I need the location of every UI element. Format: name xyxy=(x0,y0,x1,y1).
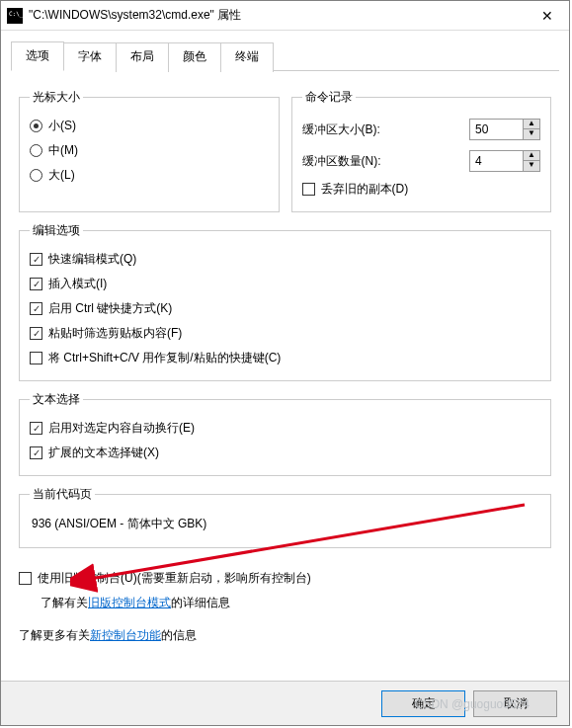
buffer-size-label: 缓冲区大小(B): xyxy=(302,121,380,138)
insert-mode-checkbox[interactable]: 插入模式(I) xyxy=(30,272,540,296)
close-button[interactable]: ✕ xyxy=(525,1,569,30)
edit-options-group: 编辑选项 快速编辑模式(Q) 插入模式(I) 启用 Ctrl 键快捷方式(K) … xyxy=(19,222,551,381)
codepage-legend: 当前代码页 xyxy=(30,486,95,503)
buffer-size-spinner[interactable]: ▲ ▼ xyxy=(469,119,540,140)
checkbox-icon xyxy=(30,446,42,459)
radio-icon xyxy=(30,169,42,182)
tab-strip: 选项 字体 布局 颜色 终端 xyxy=(11,40,559,71)
checkbox-label: 插入模式(I) xyxy=(48,276,107,292)
edit-legend: 编辑选项 xyxy=(30,222,83,239)
buffer-count-spinner[interactable]: ▲ ▼ xyxy=(469,150,540,172)
ctrl-shortcuts-checkbox[interactable]: 启用 Ctrl 键快捷方式(K) xyxy=(30,296,540,321)
tab-options[interactable]: 选项 xyxy=(11,41,64,71)
cursor-large-radio[interactable]: 大(L) xyxy=(30,163,269,188)
checkbox-label: 粘贴时筛选剪贴板内容(F) xyxy=(48,325,182,342)
properties-dialog: "C:\WINDOWS\system32\cmd.exe" 属性 ✕ 选项 字体… xyxy=(0,0,570,726)
checkbox-icon xyxy=(30,302,42,315)
tab-terminal[interactable]: 终端 xyxy=(221,42,274,72)
buffer-count-label: 缓冲区数量(N): xyxy=(302,153,381,170)
more-info-line: 了解更多有关新控制台功能的信息 xyxy=(19,623,551,648)
text-select-legend: 文本选择 xyxy=(30,391,83,408)
checkbox-icon xyxy=(30,327,42,340)
tab-content: 光标大小 小(S) 中(M) 大(L) 命令记录 缓冲区大小(B): xyxy=(1,71,569,548)
buffer-count-input[interactable] xyxy=(469,150,524,172)
filter-clipboard-checkbox[interactable]: 粘贴时筛选剪贴板内容(F) xyxy=(30,321,540,346)
checkbox-label: 快速编辑模式(Q) xyxy=(48,251,136,268)
line-wrap-checkbox[interactable]: 启用对选定内容自动换行(E) xyxy=(30,416,540,441)
radio-icon xyxy=(30,120,42,132)
codepage-group: 当前代码页 936 (ANSI/OEM - 简体中文 GBK) xyxy=(19,486,551,548)
radio-label: 中(M) xyxy=(48,142,78,159)
checkbox-icon xyxy=(302,183,315,196)
spin-down-icon[interactable]: ▼ xyxy=(524,161,539,171)
radio-label: 大(L) xyxy=(48,167,75,184)
text-selection-group: 文本选择 启用对选定内容自动换行(E) 扩展的文本选择键(X) xyxy=(19,391,551,476)
cmd-icon xyxy=(7,8,23,24)
checkbox-label: 扩展的文本选择键(X) xyxy=(48,445,159,461)
tab-layout[interactable]: 布局 xyxy=(117,42,169,72)
checkbox-label: 启用对选定内容自动换行(E) xyxy=(48,420,195,437)
history-legend: 命令记录 xyxy=(302,89,356,106)
command-history-group: 命令记录 缓冲区大小(B): ▲ ▼ 缓冲区数量(N): xyxy=(291,89,552,212)
checkbox-icon xyxy=(30,253,42,266)
checkbox-label: 丢弃旧的副本(D) xyxy=(321,181,409,198)
legacy-console-checkbox[interactable]: 使用旧版控制台(U)(需要重新启动，影响所有控制台) xyxy=(19,566,551,591)
checkbox-icon xyxy=(30,278,42,290)
discard-old-checkbox[interactable]: 丢弃旧的副本(D) xyxy=(302,177,541,202)
radio-icon xyxy=(30,144,42,157)
checkbox-label: 使用旧版控制台(U)(需要重新启动，影响所有控制台) xyxy=(38,570,311,587)
checkbox-icon xyxy=(19,572,32,585)
buffer-size-input[interactable] xyxy=(469,119,524,140)
cursor-medium-radio[interactable]: 中(M) xyxy=(30,138,269,163)
new-console-link[interactable]: 新控制台功能 xyxy=(90,628,161,642)
radio-label: 小(S) xyxy=(48,118,76,134)
cursor-size-group: 光标大小 小(S) 中(M) 大(L) xyxy=(19,89,280,212)
spin-down-icon[interactable]: ▼ xyxy=(524,129,539,139)
checkbox-label: 启用 Ctrl 键快捷方式(K) xyxy=(48,300,172,317)
legacy-info-line: 了解有关旧版控制台模式的详细信息 xyxy=(19,591,551,615)
tab-colors[interactable]: 颜色 xyxy=(169,42,221,72)
checkbox-icon xyxy=(30,352,42,364)
checkbox-label: 将 Ctrl+Shift+C/V 用作复制/粘贴的快捷键(C) xyxy=(48,350,281,366)
titlebar: "C:\WINDOWS\system32\cmd.exe" 属性 ✕ xyxy=(1,1,569,31)
codepage-value: 936 (ANSI/OEM - 简体中文 GBK) xyxy=(30,511,540,537)
legacy-mode-link[interactable]: 旧版控制台模式 xyxy=(88,596,171,609)
cursor-legend: 光标大小 xyxy=(30,89,83,106)
ctrl-shift-cv-checkbox[interactable]: 将 Ctrl+Shift+C/V 用作复制/粘贴的快捷键(C) xyxy=(30,346,540,370)
watermark-text: CSDN @guoguo0524 xyxy=(415,697,530,711)
quick-edit-checkbox[interactable]: 快速编辑模式(Q) xyxy=(30,247,540,272)
extended-keys-checkbox[interactable]: 扩展的文本选择键(X) xyxy=(30,441,540,465)
cursor-small-radio[interactable]: 小(S) xyxy=(30,114,269,138)
tab-font[interactable]: 字体 xyxy=(64,42,117,72)
checkbox-icon xyxy=(30,422,42,435)
window-title: "C:\WINDOWS\system32\cmd.exe" 属性 xyxy=(29,7,525,24)
bottom-section: 使用旧版控制台(U)(需要重新启动，影响所有控制台) 了解有关旧版控制台模式的详… xyxy=(1,558,569,648)
